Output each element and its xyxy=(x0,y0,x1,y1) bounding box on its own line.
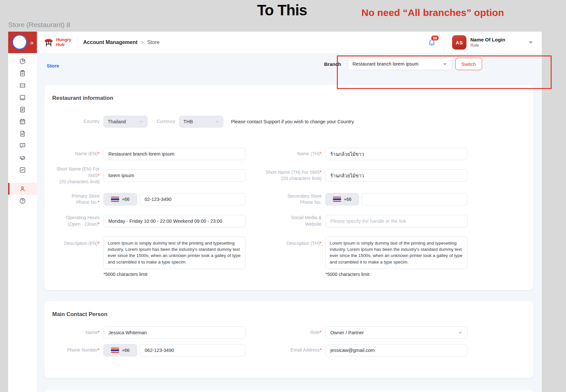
contact-name-label: Name* xyxy=(52,329,100,336)
switch-branch-button[interactable]: Switch xyxy=(455,58,482,70)
description-en-label: Description (EN)* xyxy=(52,236,100,247)
avatar: AS xyxy=(452,35,466,50)
country-currency-row: Country Thailand Currency THB Please con… xyxy=(52,116,533,128)
primary-dial-code-select[interactable]: +66 xyxy=(103,193,137,205)
short-name-row: Short Name (EN) For SMS*(20 characters l… xyxy=(52,166,533,185)
calendar-icon xyxy=(19,118,26,125)
user-name: Name Of Login xyxy=(470,37,505,43)
secondary-phone-input[interactable] xyxy=(362,193,467,205)
country-select: Thailand xyxy=(103,116,148,128)
dashboard-icon xyxy=(19,58,26,65)
social-media-label: Social Media &Website xyxy=(249,215,322,227)
section-title: Restaurant information xyxy=(52,95,533,101)
top-navigation: » HungryHub Account Management > Store xyxy=(8,32,542,53)
description-th-label: Description (TH)* xyxy=(249,236,322,247)
contact-phone-label: Phone Number* xyxy=(52,347,100,354)
social-media-input[interactable] xyxy=(325,215,467,227)
sidebar-item-analytics[interactable] xyxy=(8,164,37,176)
main-contact-card: Main Contact Person Name* Role* Owner / … xyxy=(44,301,533,378)
sidebar-item-marketing[interactable] xyxy=(8,152,37,164)
secondary-dial-code-select[interactable]: +66 xyxy=(325,193,359,205)
thailand-flag-icon xyxy=(111,197,119,202)
nav-divider xyxy=(77,38,77,47)
primary-phone-input[interactable] xyxy=(140,193,245,205)
name-en-label: Name (EN)* xyxy=(52,151,100,157)
sidebar-item-reviews[interactable] xyxy=(8,140,37,152)
account-icon xyxy=(19,185,26,192)
breadcrumb-account-management[interactable]: Account Management xyxy=(83,39,137,45)
sidebar xyxy=(8,53,37,392)
description-en-textarea[interactable]: Lorem Ipsum is simply dummy text of the … xyxy=(103,236,245,269)
description-th-limit-note: *5000 characters limit xyxy=(325,272,467,277)
chevron-down-icon xyxy=(443,62,447,66)
billing-icon xyxy=(19,130,26,137)
contact-role-select[interactable]: Owner / Partner xyxy=(325,326,467,339)
next-section-card xyxy=(44,390,533,392)
sidebar-item-calendar[interactable] xyxy=(8,116,37,128)
reviews-icon xyxy=(19,142,26,149)
expand-sidebar-icon[interactable]: » xyxy=(30,39,34,46)
branch-label: Branch xyxy=(324,61,341,67)
main-content: Store Branch Restaurant branch lorem ips… xyxy=(37,53,542,392)
sidebar-logo-block: » xyxy=(8,32,37,53)
short-name-en-label: Short Name (EN) For SMS*(20 characters l… xyxy=(52,166,100,185)
description-row: Description (EN)* Lorem Ipsum is simply … xyxy=(52,236,533,277)
tab-store[interactable]: Store xyxy=(47,63,59,68)
description-th-textarea[interactable]: Lorem Ipsum is simply dummy text of the … xyxy=(325,236,467,269)
short-name-th-input[interactable] xyxy=(325,169,467,182)
nav-right-cluster: 99 AS Name Of Login Role xyxy=(428,32,542,53)
contact-name-input[interactable] xyxy=(103,326,245,339)
secondary-phone-label: Secondary StorePhone No. xyxy=(249,193,322,206)
sidebar-item-account[interactable] xyxy=(8,183,37,195)
contact-phone-email-row: Phone Number* +66 Email Address* xyxy=(52,344,533,356)
user-menu[interactable]: AS Name Of Login Role xyxy=(444,32,542,53)
notification-count-badge: 99 xyxy=(431,36,439,40)
chevron-down-icon xyxy=(215,120,219,124)
short-name-en-input[interactable] xyxy=(103,169,245,182)
packages-icon xyxy=(19,94,26,101)
analytics-icon xyxy=(19,166,26,173)
chevron-down-icon xyxy=(458,330,463,335)
contact-email-input[interactable] xyxy=(325,344,467,356)
orders-icon xyxy=(19,70,26,77)
currency-label: Currency xyxy=(157,118,175,125)
restaurant-information-card: Restaurant information Country Thailand … xyxy=(44,85,533,290)
sidebar-item-help[interactable] xyxy=(8,195,37,207)
hours-social-row: Operating Hours(Open - Close)* Social Me… xyxy=(52,215,533,227)
breadcrumb: Account Management > Store xyxy=(83,39,160,45)
breadcrumb-store[interactable]: Store xyxy=(147,39,160,45)
sidebar-item-vouchers[interactable] xyxy=(8,80,37,91)
marketing-icon xyxy=(19,154,26,161)
hungryhub-stool-icon xyxy=(43,37,54,48)
contact-phone-input[interactable] xyxy=(140,344,245,356)
country-change-note: Please contact Support if you wish to ch… xyxy=(231,119,354,124)
sidebar-item-dashboard[interactable] xyxy=(8,55,37,67)
sidebar-item-menu[interactable] xyxy=(8,104,37,115)
phone-row: Primary StorePhone No.* +66 Secondary St… xyxy=(52,193,533,206)
hungryhub-logo[interactable]: HungryHub xyxy=(43,37,71,48)
restaurant-logo-placeholder xyxy=(12,35,27,50)
contact-email-label: Email Address* xyxy=(249,347,322,354)
hungryhub-wordmark: HungryHub xyxy=(56,38,71,47)
breadcrumb-separator: > xyxy=(141,39,144,45)
primary-phone-label: Primary StorePhone No.* xyxy=(52,193,100,206)
name-th-input[interactable] xyxy=(325,148,467,160)
operating-hours-input[interactable] xyxy=(103,215,245,227)
description-en-limit-note: *5000 characters limit xyxy=(103,272,245,277)
user-role: Role xyxy=(470,43,505,48)
sidebar-item-billing[interactable] xyxy=(8,128,37,140)
contact-dial-code-select[interactable]: +66 xyxy=(103,344,137,356)
contact-name-role-row: Name* Role* Owner / Partner xyxy=(52,326,533,339)
chevron-down-icon xyxy=(139,120,143,124)
sidebar-item-orders[interactable] xyxy=(8,68,37,79)
sidebar-item-packages[interactable] xyxy=(8,92,37,103)
name-row: Name (EN)* Name (TH)* xyxy=(52,148,533,160)
chevron-down-icon[interactable] xyxy=(529,41,533,44)
notifications-button[interactable]: 99 xyxy=(428,38,436,47)
thailand-flag-icon xyxy=(333,197,341,202)
branch-select[interactable]: Restaurant branch lorem ipsum xyxy=(348,58,452,70)
branch-selected-value: Restaurant branch lorem ipsum xyxy=(353,61,418,67)
country-label: Country xyxy=(52,118,100,125)
name-en-input[interactable] xyxy=(103,148,245,160)
window-title: Store (Restaurant) 8 xyxy=(8,21,70,29)
